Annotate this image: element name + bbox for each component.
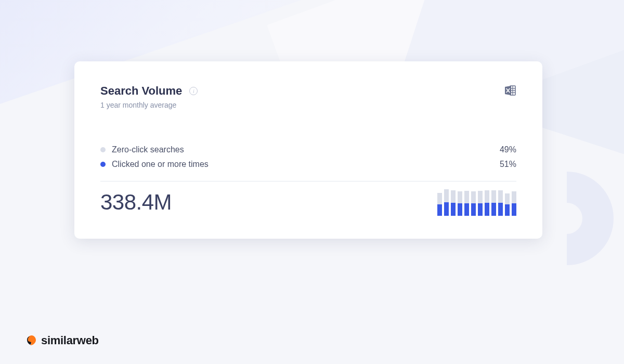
card-header: Search Volume i 1 year monthly average: [100, 84, 516, 109]
spark-bar: [464, 189, 469, 216]
spark-bar: [451, 189, 456, 216]
legend-dot-icon: [100, 162, 106, 167]
spark-bar: [458, 189, 462, 216]
legend: Zero-click searches 49% Clicked one or m…: [100, 142, 516, 172]
title-block: Search Volume i 1 year monthly average: [100, 84, 198, 109]
legend-dot-icon: [100, 147, 106, 152]
spark-bar: [485, 189, 489, 216]
divider: [100, 181, 516, 181]
spark-bar: [437, 189, 442, 216]
legend-label: Zero-click searches: [112, 145, 184, 154]
info-icon[interactable]: i: [189, 87, 198, 95]
spark-bar: [471, 189, 476, 216]
spark-bar: [498, 189, 503, 216]
export-excel-icon[interactable]: [504, 84, 516, 99]
logo-text: similarweb: [41, 334, 99, 347]
spark-bar: [512, 189, 516, 216]
sparkline-chart: [437, 189, 516, 216]
logo-mark-icon: [26, 335, 37, 346]
spark-bar: [505, 189, 510, 216]
legend-label: Clicked one or more times: [112, 160, 209, 169]
stats-row: 338.4M: [100, 189, 516, 216]
spark-bar: [491, 189, 496, 216]
legend-row-zero-click: Zero-click searches 49%: [100, 142, 516, 157]
total-volume-number: 338.4M: [100, 190, 172, 215]
legend-value: 51%: [500, 160, 516, 169]
search-volume-card: Search Volume i 1 year monthly average Z…: [74, 61, 542, 239]
spark-bar: [444, 189, 449, 216]
spark-bar: [478, 189, 483, 216]
legend-value: 49%: [500, 145, 516, 154]
similarweb-logo: similarweb: [26, 334, 99, 347]
legend-row-clicked: Clicked one or more times 51%: [100, 157, 516, 172]
card-title: Search Volume: [100, 84, 182, 98]
card-subtitle: 1 year monthly average: [100, 101, 198, 109]
